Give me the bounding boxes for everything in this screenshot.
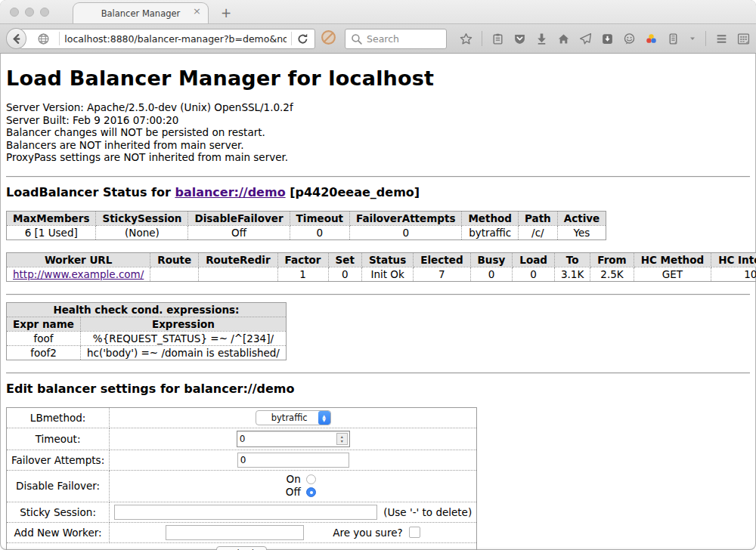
blocked-circle-icon: [321, 29, 336, 45]
disable-failover-off-radio[interactable]: [306, 487, 316, 497]
edit-settings-heading: Edit balancer settings for balancer://de…: [6, 382, 750, 396]
table-header-row: MaxMembers StickySession DisableFailover…: [7, 211, 606, 225]
disable-failover-on-radio[interactable]: [306, 474, 316, 484]
server-version-line: Server Version: Apache/2.5.0-dev (Unix) …: [6, 101, 750, 114]
lbmethod-select[interactable]: bytraffic ▲▼: [256, 410, 331, 425]
tab-close-icon[interactable]: ×: [193, 6, 201, 16]
tab-bar: Balancer Manager × +: [0, 0, 756, 24]
url-bar[interactable]: localhost:8880/balancer-manager?b=demo&n…: [20, 29, 315, 49]
edit-balancer-form: LBmethod: bytraffic ▲▼ Timeout: 0 ▴▾: [6, 407, 477, 550]
select-arrows-icon: ▲▼: [318, 411, 330, 425]
table-row: 6 [1 Used] (None) Off 0 0 bytraffic /c/ …: [7, 225, 606, 239]
are-you-sure-label: Are you sure?: [333, 527, 403, 539]
worker-url-link[interactable]: http://www.example.com/: [13, 268, 144, 280]
divider: [6, 176, 750, 178]
radio-on-label: On: [287, 473, 301, 486]
persist-note-line: Balancer changes will NOT be persisted o…: [6, 126, 750, 139]
table-row: http://www.example.com/ 1 0 Init Ok 7 0 …: [7, 267, 756, 281]
balancer-status-table: MaxMembers StickySession DisableFailover…: [6, 211, 606, 240]
failover-attempts-label: Failover Attempts:: [7, 450, 110, 470]
search-icon: [350, 32, 363, 45]
sticky-session-row: Sticky Session: (Use '-' to delete): [7, 502, 477, 522]
failover-attempts-input[interactable]: [237, 453, 349, 468]
reload-icon: [296, 32, 309, 45]
table-row: foof2 hc('body') =~ /domain is establish…: [7, 345, 287, 360]
balancer-demo-link[interactable]: balancer://demo: [175, 185, 285, 199]
lbmethod-row: LBmethod: bytraffic ▲▼: [7, 407, 477, 428]
failover-attempts-row: Failover Attempts:: [7, 450, 477, 470]
divider: [6, 294, 750, 295]
timeout-row: Timeout: 0 ▴▾: [7, 428, 477, 450]
pocket-icon[interactable]: [513, 32, 526, 45]
close-window-button[interactable]: [10, 8, 19, 17]
sticky-session-note: (Use '-' to delete): [383, 506, 472, 518]
globe-icon: [37, 32, 50, 45]
disable-failover-label: Disable Failover:: [7, 470, 110, 502]
tab-balancer-manager[interactable]: Balancer Manager ×: [73, 2, 209, 23]
are-you-sure-checkbox[interactable]: [409, 527, 420, 538]
sticky-session-input[interactable]: [114, 505, 377, 520]
health-check-table: Health check cond. expressions: Expr nam…: [6, 302, 287, 360]
reading-list-icon[interactable]: [491, 32, 504, 45]
disable-failover-row: Disable Failover: On Off: [7, 470, 477, 502]
worker-table: Worker URL Route RouteRedir Factor Set S…: [6, 252, 756, 282]
lbmethod-selected-value: bytraffic: [256, 411, 318, 425]
reload-button[interactable]: [296, 32, 309, 45]
bookmark-star-icon[interactable]: [460, 32, 472, 45]
proxypass-note-line: ProxyPass settings are NOT inherited fro…: [6, 151, 750, 164]
new-tab-button[interactable]: +: [221, 5, 231, 20]
timeout-input[interactable]: 0 ▴▾: [237, 431, 350, 447]
divider: [6, 372, 750, 374]
page-title: Load Balancer Manager for localhost: [6, 66, 750, 90]
lbmethod-label: LBmethod:: [7, 407, 110, 428]
submit-button[interactable]: Submit: [216, 546, 267, 550]
health-table-title: Health check cond. expressions:: [7, 302, 287, 317]
back-arrow-icon: [10, 32, 23, 45]
number-spinner-icon[interactable]: ▴▾: [336, 433, 348, 445]
search-bar[interactable]: Search: [345, 29, 447, 49]
color-dots-extension-icon[interactable]: [645, 32, 658, 45]
server-built-line: Server Built: Feb 9 2016 07:00:20: [6, 114, 750, 127]
radio-off-label: Off: [286, 486, 301, 499]
tab-title: Balancer Manager: [101, 8, 181, 19]
page-content: Load Balancer Manager for localhost Serv…: [0, 66, 756, 550]
home-icon[interactable]: [557, 32, 570, 45]
browser-window: Balancer Manager × + localhost:8880/bala…: [0, 0, 756, 550]
table-header-row: Expr name Expression: [7, 317, 287, 331]
add-worker-input[interactable]: [166, 525, 304, 540]
video-download-icon[interactable]: [601, 32, 614, 45]
feedback-smiley-icon[interactable]: [623, 32, 636, 45]
add-worker-label: Add New Worker:: [7, 522, 110, 542]
table-header-row: Worker URL Route RouteRedir Factor Set S…: [7, 252, 756, 267]
navigation-toolbar: localhost:8880/balancer-manager?b=demo&n…: [0, 24, 756, 54]
minimize-window-button[interactable]: [25, 8, 34, 17]
zoom-window-button[interactable]: [40, 8, 49, 17]
submit-row: Submit: [7, 542, 477, 550]
send-tab-icon[interactable]: [579, 32, 592, 45]
sticky-session-label: Sticky Session:: [7, 502, 110, 522]
clipboard-extension-icon[interactable]: [667, 32, 680, 45]
timeout-label: Timeout:: [7, 428, 110, 450]
status-heading: LoadBalancer Status for balancer://demo …: [6, 185, 750, 199]
window-controls[interactable]: [10, 8, 49, 17]
hamburger-menu-icon[interactable]: [715, 32, 728, 45]
dropdown-caret-icon[interactable]: [689, 35, 696, 42]
table-row: foof %{REQUEST_STATUS} =~ /^[234]/: [7, 331, 287, 345]
downloads-icon[interactable]: [535, 32, 548, 45]
search-placeholder: Search: [367, 33, 399, 45]
inherit-note-line: Balancers are NOT inherited from main se…: [6, 139, 750, 152]
url-text[interactable]: localhost:8880/balancer-manager?b=demo&n…: [64, 33, 287, 45]
block-button[interactable]: [321, 29, 336, 48]
add-worker-row: Add New Worker: Are you sure?: [7, 522, 477, 542]
tile-grid-icon[interactable]: [737, 32, 750, 45]
